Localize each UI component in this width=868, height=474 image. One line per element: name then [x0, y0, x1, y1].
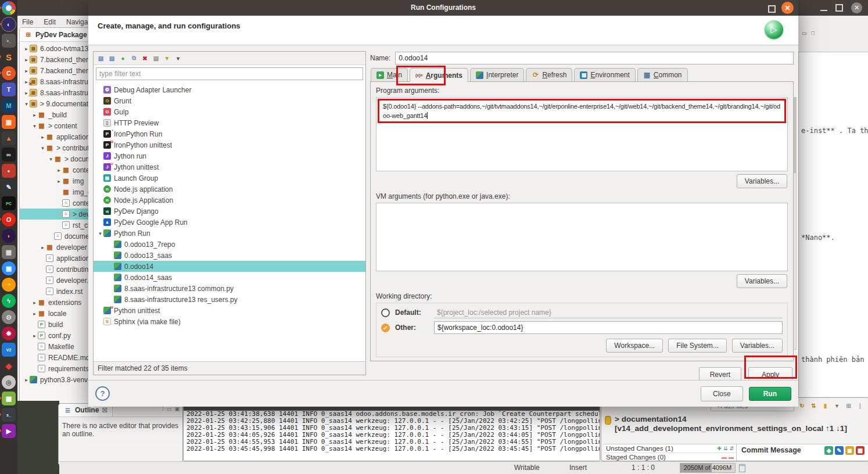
view-maximize-icon[interactable]: ▣: [174, 406, 180, 412]
tor-browser-launcher-icon[interactable]: ◗: [2, 229, 16, 243]
config-tree-item[interactable]: djPyDev Django: [94, 206, 365, 217]
config-tree-item[interactable]: ▯HTTP Preview: [94, 117, 365, 128]
config-tree-item[interactable]: nNode.js Application: [94, 195, 365, 206]
config-tree-item[interactable]: 0.odoo14: [94, 261, 365, 272]
tree-arrow-icon[interactable]: ▸: [23, 46, 30, 52]
view-minimize-icon[interactable]: ▭: [167, 406, 172, 412]
close-icon[interactable]: ✕: [851, 2, 862, 13]
amend-icon[interactable]: ✎: [835, 446, 844, 455]
mattermost-launcher-icon[interactable]: M: [2, 99, 16, 113]
tree-arrow-icon[interactable]: ▾: [23, 101, 30, 107]
gray-tool-launcher-icon[interactable]: ▦: [2, 245, 16, 259]
new-prototype-icon[interactable]: ▤: [107, 54, 116, 63]
tree-arrow-icon[interactable]: ▸: [40, 245, 46, 250]
config-tree-item[interactable]: 0.odoo13_7repo: [94, 239, 365, 250]
zoom-launcher-icon[interactable]: ▣: [2, 261, 16, 275]
config-tree-item[interactable]: GGulp: [94, 106, 365, 117]
unstage-icon[interactable]: ⇵: [729, 446, 734, 451]
tree-arrow-icon[interactable]: ▾: [97, 231, 103, 236]
name-input[interactable]: [395, 52, 794, 64]
config-tree-item[interactable]: ▣Launch Group: [94, 173, 365, 184]
recorder-launcher-icon[interactable]: ●: [2, 164, 16, 178]
tab-environment[interactable]: ▤Environment: [574, 68, 635, 81]
new-config-icon[interactable]: ▤: [96, 54, 105, 63]
other-radio[interactable]: ✓: [381, 324, 390, 332]
chrome-launcher-icon[interactable]: [2, 1, 16, 15]
config-tree-item[interactable]: ▲PyDev Google App Run: [94, 217, 365, 228]
green-flash-launcher-icon[interactable]: ϟ: [2, 294, 16, 308]
export-icon[interactable]: ●: [119, 54, 127, 63]
minimize-icon[interactable]: [820, 10, 827, 11]
oo-app-launcher-icon[interactable]: ∞: [2, 148, 16, 161]
tree-arrow-icon[interactable]: ▸: [23, 377, 30, 383]
config-tree-item[interactable]: J›Jython run: [94, 150, 365, 161]
config-tree-item[interactable]: JuJython unittest: [94, 161, 365, 173]
config-tree-item[interactable]: ▾Python Run: [94, 228, 365, 239]
config-tree-item[interactable]: nNode.js application: [94, 184, 365, 195]
flame-app-launcher-icon[interactable]: ▲: [2, 131, 16, 145]
tree-arrow-icon[interactable]: ▸: [31, 333, 38, 339]
vm-arguments-textarea[interactable]: [376, 203, 788, 271]
menu-file[interactable]: File: [22, 18, 33, 26]
remove-all-icon[interactable]: ▬: [729, 454, 734, 460]
video-editor-launcher-icon[interactable]: ▶: [2, 424, 16, 438]
ubuntu-software-launcher-icon[interactable]: C: [2, 66, 16, 80]
menu-edit[interactable]: Edit: [44, 18, 56, 26]
eclipse-launcher-icon[interactable]: ◐: [2, 17, 16, 31]
workspace-button[interactable]: Workspace...: [606, 339, 663, 353]
raspberry-launcher-icon[interactable]: ❋: [2, 326, 16, 340]
red-diamond-launcher-icon[interactable]: ◆: [2, 359, 16, 373]
sublime-text-launcher-icon[interactable]: S: [2, 50, 16, 64]
tree-arrow-icon[interactable]: ▸: [23, 57, 30, 63]
config-tree-item[interactable]: 8.saas-infrastructure13 common.py: [94, 283, 365, 294]
type-filter-input[interactable]: [96, 67, 363, 80]
filesystem-button[interactable]: File System...: [668, 339, 727, 353]
tree-arrow-icon[interactable]: ▾: [48, 156, 54, 162]
unstaged-changes-header[interactable]: Unstaged Changes (1) ✚⇊⇵: [604, 444, 736, 453]
staged-changes-header[interactable]: Staged Changes (0) ▬▬: [604, 453, 736, 461]
view-minimize-icon[interactable]: ▭: [802, 30, 807, 40]
maximize-icon[interactable]: [835, 4, 843, 12]
stage-add-icon[interactable]: ✚: [717, 446, 722, 451]
outline-close-icon[interactable]: ⊠: [102, 406, 107, 414]
tab-common[interactable]: ▦Common: [637, 68, 688, 81]
config-tree-item[interactable]: 0.odoo13_saas: [94, 250, 365, 261]
stage-all-icon[interactable]: ⇊: [723, 446, 728, 451]
tree-arrow-icon[interactable]: ▸: [31, 112, 38, 118]
help-button[interactable]: ?: [95, 386, 110, 401]
gerrit-icon[interactable]: ▦: [856, 446, 865, 455]
commit-db-icon[interactable]: ▮: [821, 401, 830, 410]
run-button[interactable]: Run: [749, 387, 791, 401]
amber-ball-launcher-icon[interactable]: ◔: [2, 278, 16, 292]
console-view[interactable]: 2022-01-25 03:41:38,638 14401 INFO 0_saa…: [183, 397, 600, 461]
image-viewer-launcher-icon[interactable]: ▩: [2, 392, 16, 405]
delete-icon[interactable]: ✖: [141, 54, 149, 63]
close-button[interactable]: Close: [701, 386, 743, 401]
config-tree-item[interactable]: P›IronPython Run: [94, 128, 365, 139]
config-tree-item[interactable]: GGrunt: [94, 95, 365, 106]
s-terminal-launcher-icon[interactable]: s_: [2, 408, 16, 422]
refresh-icon[interactable]: ↻: [798, 401, 806, 410]
dialog-close-icon[interactable]: ✕: [781, 2, 794, 14]
text-editor[interactable]: e-inst** . Ta thấy*Nano**.thành phiên bả…: [798, 52, 868, 397]
quill-app-launcher-icon[interactable]: ✎: [2, 180, 16, 194]
filter-icon[interactable]: ▼: [163, 54, 171, 63]
pycharm-launcher-icon[interactable]: PC: [2, 196, 16, 210]
config-tree-item[interactable]: 8.saas-infrastructure13 res_users.py: [94, 294, 365, 305]
tab-interpreter[interactable]: Interpreter: [470, 68, 524, 81]
terminal-launcher-icon[interactable]: >_: [2, 34, 16, 48]
variables-button-1[interactable]: Variables...: [737, 174, 787, 188]
program-arguments-textarea[interactable]: ${0.odoo14} --addons-path=addons,~/git/t…: [376, 97, 788, 171]
other-workdir-input[interactable]: [434, 321, 783, 334]
tab-arguments[interactable]: (x)=Arguments: [410, 68, 468, 82]
config-tree-item[interactable]: PuIronPython unittest: [94, 139, 365, 150]
run-gc-trash-icon[interactable]: [739, 464, 745, 472]
view-menu-icon[interactable]: ⁞: [162, 406, 164, 412]
tree-arrow-icon[interactable]: ▸: [56, 178, 62, 184]
config-tree-item[interactable]: uPython unittest: [94, 305, 365, 316]
tree-arrow-icon[interactable]: ▾: [31, 123, 38, 129]
sign-commit-icon[interactable]: ◼: [845, 446, 854, 455]
dialog-titlebar[interactable]: Run Configurations ✕: [88, 0, 798, 16]
menu-caret-icon[interactable]: ▾: [174, 54, 182, 63]
blue-app-launcher-icon[interactable]: T: [2, 82, 16, 96]
